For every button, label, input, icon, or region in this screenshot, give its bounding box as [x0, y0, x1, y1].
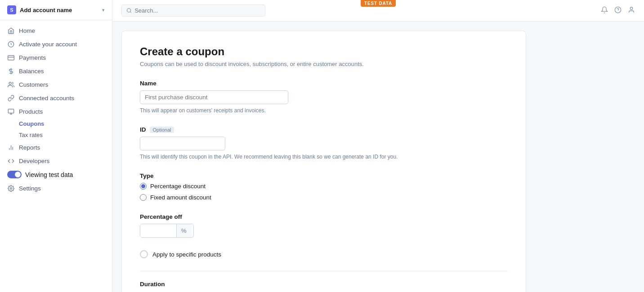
sidebar-item-home-label: Home [19, 27, 35, 34]
name-hint: This will appear on customers' receipts … [140, 107, 508, 114]
percentage-off-section: Percentage off % [140, 213, 508, 238]
notifications-icon[interactable] [601, 6, 608, 15]
page-subtitle: Coupons can be used to discount invoices… [140, 61, 508, 67]
percentage-off-label: Percentage off [140, 213, 508, 220]
account-selector[interactable]: S Add account name ▾ [0, 0, 112, 20]
sidebar-item-balances[interactable]: Balances [0, 64, 112, 78]
customers-icon [7, 81, 14, 88]
viewing-test-label: Viewing test data [25, 171, 73, 178]
sidebar-item-activate[interactable]: Activate your account [0, 37, 112, 51]
svg-point-12 [127, 9, 131, 12]
sidebar-item-balances-label: Balances [19, 68, 44, 75]
percentage-input[interactable] [140, 224, 176, 237]
percentage-suffix: % [176, 224, 191, 237]
products-icon [7, 108, 14, 115]
type-radio-group: Percentage discount Fixed amount discoun… [140, 183, 508, 201]
type-radio-fixed[interactable] [140, 194, 147, 201]
sidebar-item-settings-label: Settings [19, 185, 41, 192]
duration-label: Duration [140, 281, 165, 288]
type-option-percentage[interactable]: Percentage discount [140, 183, 508, 190]
test-data-toggle-track [7, 171, 22, 178]
duration-section: Duration [140, 271, 508, 288]
sidebar-item-activate-label: Activate your account [19, 41, 77, 48]
test-data-toggle-thumb [15, 172, 21, 177]
sidebar-item-connected[interactable]: Connected accounts [0, 91, 112, 105]
sidebar-item-developers-label: Developers [19, 158, 49, 164]
account-name: Add account name [20, 7, 72, 13]
svg-point-4 [9, 82, 11, 84]
sidebar-item-tax-rates[interactable]: Tax rates [0, 129, 112, 141]
home-icon [7, 27, 14, 34]
sidebar-item-payments[interactable]: Payments [0, 51, 112, 64]
optional-badge: Optional [150, 127, 174, 133]
help-icon[interactable] [614, 6, 622, 15]
sidebar-item-products[interactable]: Products [0, 105, 112, 118]
page-title: Create a coupon [140, 45, 508, 58]
name-section: Name This will appear on customers' rece… [140, 80, 508, 114]
sidebar-item-settings[interactable]: Settings [0, 181, 112, 195]
type-fixed-label: Fixed amount discount [150, 194, 211, 201]
create-coupon-card: Create a coupon Coupons can be used to d… [121, 31, 526, 292]
svg-rect-5 [8, 109, 14, 113]
payments-icon [7, 54, 14, 61]
type-section: Type Percentage discount Fixed amount di… [140, 173, 508, 201]
divider [140, 271, 508, 271]
sidebar-item-connected-label: Connected accounts [19, 95, 74, 102]
account-icon[interactable] [628, 6, 635, 15]
type-label: Type [140, 173, 508, 179]
connected-icon [7, 94, 14, 102]
sidebar-item-customers[interactable]: Customers [0, 78, 112, 91]
svg-line-13 [130, 12, 131, 13]
apply-specific-row[interactable]: Apply to specific products [140, 250, 508, 258]
sidebar-item-reports-label: Reports [19, 144, 40, 151]
sidebar-item-customers-label: Customers [19, 81, 48, 88]
sidebar: S Add account name ▾ Home Activate your … [0, 0, 112, 292]
name-input[interactable] [140, 90, 288, 104]
viewing-test-data-toggle[interactable]: Viewing test data [0, 168, 112, 181]
id-section: ID Optional This will identify this coup… [140, 126, 508, 160]
sidebar-item-coupons[interactable]: Coupons [0, 118, 112, 129]
sidebar-item-home[interactable]: Home [0, 24, 112, 37]
apply-specific-label: Apply to specific products [152, 251, 221, 258]
sidebar-item-products-label: Products [19, 108, 43, 115]
reports-icon [7, 144, 14, 151]
name-label: Name [140, 80, 508, 87]
search-wrap[interactable] [121, 4, 265, 17]
brand-logo: S [7, 5, 16, 14]
svg-point-11 [10, 187, 12, 189]
chevron-down-icon: ▾ [102, 7, 105, 13]
search-input[interactable] [134, 7, 260, 14]
balances-icon [7, 67, 14, 75]
type-radio-percentage[interactable] [140, 183, 147, 190]
topbar-actions [601, 6, 635, 15]
percentage-input-wrap: % [140, 224, 194, 238]
id-input[interactable] [140, 137, 225, 150]
type-percentage-label: Percentage discount [150, 183, 206, 190]
svg-rect-1 [8, 55, 14, 60]
content-area: Create a coupon Coupons can be used to d… [112, 22, 644, 292]
type-option-fixed[interactable]: Fixed amount discount [140, 194, 508, 201]
settings-icon [7, 185, 14, 192]
sidebar-item-payments-label: Payments [19, 54, 46, 61]
sidebar-item-developers[interactable]: Developers [0, 154, 112, 168]
sidebar-nav: Home Activate your account Payments Bala… [0, 20, 112, 292]
search-icon [126, 8, 132, 13]
sidebar-item-tax-rates-label: Tax rates [19, 132, 43, 138]
id-hint: This will identify this coupon in the AP… [140, 154, 508, 160]
test-data-banner: TEST DATA [361, 0, 396, 7]
developers-icon [7, 157, 14, 164]
topbar: TEST DATA [112, 0, 644, 22]
sidebar-item-reports[interactable]: Reports [0, 141, 112, 154]
svg-point-16 [630, 7, 632, 9]
main-area: TEST DATA Create a coupon Coupons can be… [112, 0, 644, 292]
id-label: ID Optional [140, 126, 508, 133]
activate-icon [7, 40, 14, 48]
sidebar-item-coupons-label: Coupons [19, 120, 44, 127]
apply-specific-toggle[interactable] [140, 250, 148, 258]
